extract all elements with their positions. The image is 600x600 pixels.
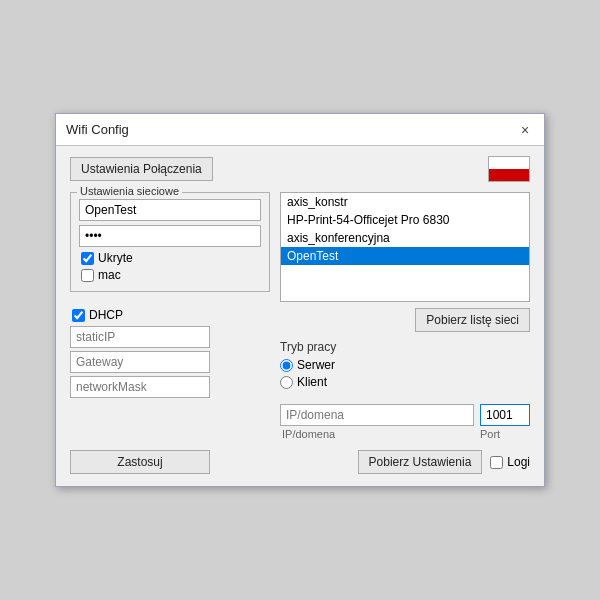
- main-content: Ustawienia sieciowe Ukryte mac: [70, 192, 530, 440]
- network-mask-input[interactable]: [70, 376, 210, 398]
- bottom-row: Zastosuj Pobierz Ustawienia Logi: [70, 450, 530, 474]
- fetch-btn-row: Pobierz listę sieci: [280, 308, 530, 332]
- ip-port-container: IP/domena Port: [280, 400, 530, 440]
- logi-label: Logi: [507, 455, 530, 469]
- dhcp-row: DHCP: [72, 308, 270, 322]
- ukryte-row: Ukryte: [81, 251, 261, 265]
- network-list-item[interactable]: OpenTest: [281, 247, 529, 265]
- klient-label: Klient: [297, 375, 327, 389]
- static-fields: [70, 326, 270, 398]
- dhcp-checkbox[interactable]: [72, 309, 85, 322]
- ip-port-labels: IP/domena Port: [280, 428, 530, 440]
- radio-serwer-row: Serwer: [280, 358, 530, 372]
- dhcp-label: DHCP: [89, 308, 123, 322]
- zastosuj-button[interactable]: Zastosuj: [70, 450, 210, 474]
- network-list-item[interactable]: axis_konstr: [281, 193, 529, 211]
- right-panel: axis_konstrHP-Print-54-Officejet Pro 683…: [280, 192, 530, 440]
- mac-label: mac: [98, 268, 121, 282]
- pobierz-button[interactable]: Pobierz Ustawienia: [358, 450, 483, 474]
- ssid-input[interactable]: [79, 199, 261, 221]
- mac-row: mac: [81, 268, 261, 282]
- ip-label: IP/domena: [280, 428, 474, 440]
- network-settings-label: Ustawienia sieciowe: [77, 185, 182, 197]
- dhcp-section: DHCP: [70, 308, 270, 398]
- dialog-body: Ustawienia Połączenia Ustawienia sieciow…: [56, 146, 544, 486]
- radio-klient-row: Klient: [280, 375, 530, 389]
- work-mode-title: Tryb pracy: [280, 340, 530, 354]
- ip-port-row: [280, 404, 530, 426]
- logi-checkbox[interactable]: [490, 456, 503, 469]
- left-panel: Ustawienia sieciowe Ukryte mac: [70, 192, 270, 440]
- klient-radio[interactable]: [280, 376, 293, 389]
- network-list-item[interactable]: HP-Print-54-Officejet Pro 6830: [281, 211, 529, 229]
- work-mode-section: Tryb pracy Serwer Klient: [280, 340, 530, 392]
- network-list-item[interactable]: axis_konferencyjna: [281, 229, 529, 247]
- flag-button[interactable]: [488, 156, 530, 182]
- title-bar: Wifi Config ×: [56, 114, 544, 146]
- network-list[interactable]: axis_konstrHP-Print-54-Officejet Pro 683…: [280, 192, 530, 302]
- static-ip-input[interactable]: [70, 326, 210, 348]
- connection-settings-button[interactable]: Ustawienia Połączenia: [70, 157, 213, 181]
- ukryte-label: Ukryte: [98, 251, 133, 265]
- port-label: Port: [480, 428, 530, 440]
- logi-row: Logi: [490, 455, 530, 469]
- port-input[interactable]: [480, 404, 530, 426]
- dialog-title: Wifi Config: [66, 122, 129, 137]
- top-row: Ustawienia Połączenia: [70, 156, 530, 182]
- serwer-label: Serwer: [297, 358, 335, 372]
- wifi-config-dialog: Wifi Config × Ustawienia Połączenia Usta…: [55, 113, 545, 487]
- network-settings-group: Ustawienia sieciowe Ukryte mac: [70, 192, 270, 292]
- ukryte-checkbox[interactable]: [81, 252, 94, 265]
- password-input[interactable]: [79, 225, 261, 247]
- right-bottom: Pobierz Ustawienia Logi: [358, 450, 530, 474]
- mac-checkbox[interactable]: [81, 269, 94, 282]
- close-button[interactable]: ×: [516, 121, 534, 139]
- serwer-radio[interactable]: [280, 359, 293, 372]
- ip-input[interactable]: [280, 404, 474, 426]
- fetch-networks-button[interactable]: Pobierz listę sieci: [415, 308, 530, 332]
- gateway-input[interactable]: [70, 351, 210, 373]
